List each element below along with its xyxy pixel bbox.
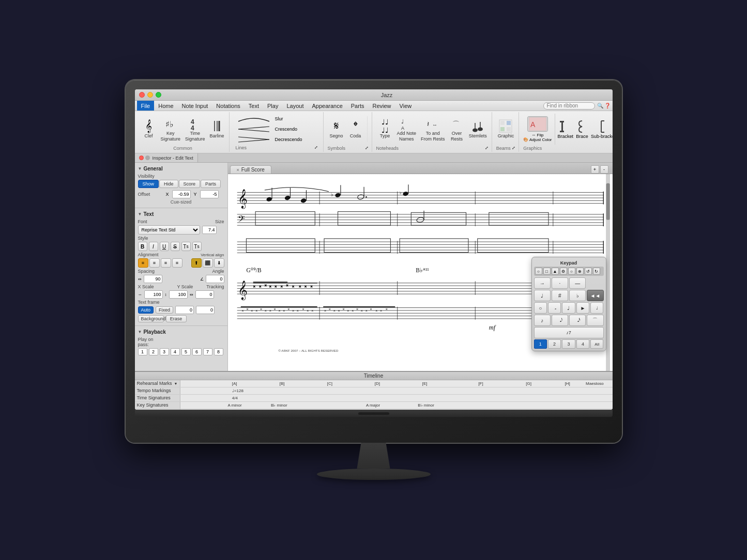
inspector-close-button[interactable] <box>139 155 144 160</box>
score-canvas[interactable]: 𝄞 <box>228 174 613 371</box>
kp-quarter[interactable]: ♩ <box>562 302 575 314</box>
pass-4[interactable]: 4 <box>171 348 180 355</box>
noteheads-expand-icon[interactable]: ⤢ <box>485 146 489 150</box>
decrescendo-item[interactable]: Decrescendo <box>236 135 318 144</box>
close-x-icon[interactable]: × <box>237 167 239 173</box>
score-nav-left[interactable]: + <box>591 165 599 174</box>
general-section-header[interactable]: ▼ General <box>138 165 224 173</box>
type-button[interactable]: ♩♩♩♩ Type <box>376 118 394 140</box>
align-justify-button[interactable]: ≡ <box>172 258 182 268</box>
kp-tuplet-7[interactable]: ♪7 <box>534 327 604 338</box>
segno-button[interactable]: 𝄋 Segno <box>328 118 345 140</box>
to-from-rests-button[interactable]: 𝄽↔ To andFrom Rests <box>419 115 447 143</box>
angle-input[interactable] <box>206 275 224 283</box>
keypad-icon-3[interactable]: ▲ <box>552 268 559 275</box>
spacing-input[interactable] <box>144 275 162 283</box>
bracket-button[interactable]: Bracket <box>558 119 574 139</box>
clef-button[interactable]: 𝄞 Clef <box>140 118 158 140</box>
menu-file[interactable]: File <box>137 101 155 111</box>
menu-play[interactable]: Play <box>263 101 282 111</box>
keypad-icon-4[interactable]: ⚙ <box>560 268 567 275</box>
pass-3[interactable]: 3 <box>160 348 169 355</box>
maximize-button[interactable] <box>156 92 161 98</box>
kp-sharp[interactable]: # <box>552 290 568 301</box>
kp-whole[interactable]: ○ <box>534 302 547 314</box>
menu-review[interactable]: Review <box>368 101 395 111</box>
crescendo-item[interactable]: Crescendo <box>236 125 318 134</box>
valign-bot-button[interactable]: ⬇ <box>214 258 224 268</box>
slur-item[interactable]: Slur <box>236 114 318 123</box>
kp-num-2[interactable]: 2 <box>548 339 561 349</box>
kp-play-r[interactable]: ► <box>576 302 589 314</box>
bold-button[interactable]: B <box>138 242 147 251</box>
italic-button[interactable]: I <box>149 242 158 251</box>
keypad-icon-7[interactable]: ↺ <box>585 268 592 275</box>
pass-8[interactable]: 8 <box>214 348 223 355</box>
kp-note-small[interactable]: ♩ <box>590 302 603 314</box>
valign-top-button[interactable]: ⬆ <box>191 258 202 268</box>
over-rests-button[interactable]: ⌒ OverRests <box>448 115 466 143</box>
subscript-button[interactable]: Ts <box>192 242 202 251</box>
menu-note-input[interactable]: Note Input <box>178 101 212 111</box>
hide-button[interactable]: Hide <box>159 180 178 188</box>
adjust-color-button[interactable]: ↔ Flip <box>531 133 543 137</box>
kp-rewind[interactable]: ◄◄ <box>587 290 603 301</box>
kp-dash[interactable]: — <box>569 277 586 289</box>
menu-appearance[interactable]: Appearance <box>308 101 346 111</box>
menu-home[interactable]: Home <box>154 101 177 111</box>
flip-button[interactable]: 🎨 Adjust Color <box>523 137 552 142</box>
pass-2[interactable]: 2 <box>149 348 158 355</box>
x-scale-input[interactable] <box>144 290 163 299</box>
kp-32nd[interactable]: 𝅘𝅥𝅯 <box>569 315 586 326</box>
fixed-button[interactable]: Fixed <box>156 306 173 314</box>
kp-dot[interactable]: · <box>552 277 568 289</box>
keypad-icon-8[interactable]: ↻ <box>593 268 600 275</box>
minimize-button[interactable] <box>147 92 153 98</box>
add-note-names-button[interactable]: ♩A Add NoteNames <box>395 115 418 143</box>
menu-text[interactable]: Text <box>245 101 263 111</box>
show-button[interactable]: Show <box>138 180 159 188</box>
underline-button[interactable]: U <box>160 242 169 251</box>
brace-button[interactable]: Brace <box>575 119 589 139</box>
sub-bracket-button[interactable]: Sub-bracket <box>591 119 612 139</box>
kp-num-1[interactable]: 1 <box>534 339 547 349</box>
playback-section-header[interactable]: ▼ Playback <box>138 328 224 336</box>
kp-sixteenth[interactable]: 𝅘𝅥𝅮 <box>552 315 568 326</box>
kp-arrow[interactable]: → <box>534 277 551 289</box>
auto-button[interactable]: Auto <box>138 306 154 314</box>
symbols-expand-icon[interactable]: ⤢ <box>365 146 369 150</box>
kp-note-1[interactable]: ♩ <box>534 290 551 301</box>
full-score-tab[interactable]: × Full Score <box>230 165 271 174</box>
score-button[interactable]: Score <box>179 180 201 188</box>
barline-button[interactable]: Barline <box>208 118 226 140</box>
keypad-icon-1[interactable]: ○ <box>535 268 542 275</box>
kp-num-3[interactable]: 3 <box>562 339 575 349</box>
menu-layout[interactable]: Layout <box>282 101 308 111</box>
kp-tie[interactable]: ⌒ <box>587 315 603 326</box>
background-button[interactable]: Background <box>138 315 164 322</box>
kp-eighth[interactable]: ♪ <box>534 315 551 326</box>
kp-flat[interactable]: ♭ <box>569 290 586 301</box>
coda-button[interactable]: 𝄌 Coda <box>347 118 364 140</box>
key-signature-button[interactable]: ♯♭ KeySignature <box>159 115 182 143</box>
rehearsal-dropdown-icon[interactable]: ▼ <box>174 382 178 385</box>
frame-val1-input[interactable] <box>175 306 194 314</box>
superscript-button[interactable]: Ts <box>181 242 191 251</box>
pass-6[interactable]: 6 <box>192 348 202 355</box>
offset-y-input[interactable] <box>200 190 219 198</box>
keypad-icon-6[interactable]: ⊕ <box>576 268 584 275</box>
align-center-button[interactable]: ≡ <box>149 258 160 268</box>
align-right-button[interactable]: ≡ <box>161 258 171 268</box>
erase-button[interactable]: Erase <box>166 315 187 322</box>
pass-5[interactable]: 5 <box>181 348 191 355</box>
menu-view[interactable]: View <box>395 101 416 111</box>
graphic-button[interactable]: Graphic <box>496 118 516 140</box>
valign-mid-button[interactable]: ⬛ <box>203 258 213 268</box>
kp-num-4[interactable]: 4 <box>576 339 589 349</box>
offset-x-input[interactable] <box>172 190 191 198</box>
text-section-header[interactable]: ▼ Text <box>138 210 224 218</box>
score-nav-right[interactable]: - <box>600 165 608 174</box>
stemlets-button[interactable]: Stemlets <box>467 118 489 140</box>
close-button[interactable] <box>139 92 145 98</box>
ribbon-search[interactable] <box>543 102 595 110</box>
